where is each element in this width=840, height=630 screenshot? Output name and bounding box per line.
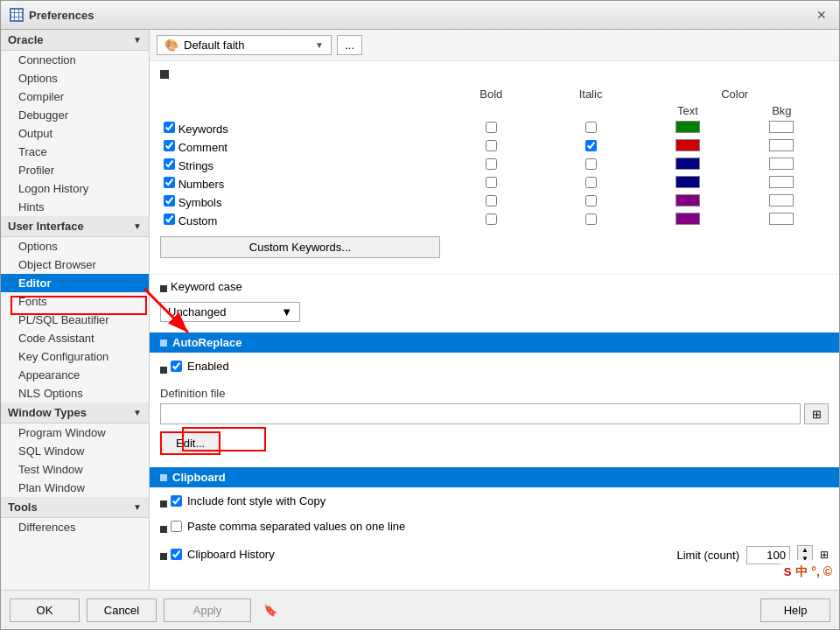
sidebar: Oracle ▼ Connection Options Compiler Deb…	[1, 30, 150, 590]
ellipsis-button[interactable]: ...	[337, 35, 362, 55]
header-text: Text	[640, 102, 734, 119]
sidebar-item-options-ui[interactable]: Options	[1, 237, 149, 256]
numbers-italic[interactable]	[585, 177, 597, 188]
keywords-bold[interactable]	[486, 122, 497, 133]
sidebar-group-window-types[interactable]: Window Types ▼	[1, 402, 149, 424]
comment-bkg-color[interactable]	[769, 139, 794, 151]
sidebar-group-ui[interactable]: User Interface ▼	[1, 216, 149, 237]
sidebar-group-window-types-arrow: ▼	[133, 408, 142, 417]
sidebar-group-oracle[interactable]: Oracle ▼	[1, 30, 149, 51]
numbers-text-color[interactable]	[676, 176, 700, 188]
sidebar-item-plan-window[interactable]: Plan Window	[1, 479, 149, 497]
sidebar-group-tools[interactable]: Tools ▼	[1, 497, 149, 518]
sidebar-item-options-oracle[interactable]: Options	[1, 69, 149, 88]
keywords-italic[interactable]	[585, 122, 597, 133]
keywords-checkbox[interactable]	[164, 122, 175, 133]
keywords-text-color[interactable]	[676, 121, 700, 133]
sidebar-group-oracle-label: Oracle	[8, 33, 43, 46]
help-button[interactable]: Help	[760, 598, 830, 622]
keyword-case-dropdown[interactable]: Unchanged ▼	[160, 302, 300, 322]
custom-bkg-color[interactable]	[769, 213, 794, 225]
sidebar-item-object-browser[interactable]: Object Browser	[1, 256, 149, 274]
autoreplace-content: Enabled Definition file ⊞ Edit...	[150, 353, 839, 462]
strings-bkg-color[interactable]	[769, 158, 794, 170]
table-row: Symbols	[160, 192, 829, 211]
sidebar-group-oracle-arrow: ▼	[133, 35, 142, 45]
sidebar-item-key-configuration[interactable]: Key Configuration	[1, 347, 149, 366]
sidebar-item-connection[interactable]: Connection	[1, 51, 149, 69]
keyword-section: Keyword case Unchanged ▼	[150, 274, 839, 327]
right-panel: 🎨 Default faith ▼ ...	[150, 30, 839, 590]
sidebar-item-editor[interactable]: Editor	[1, 274, 149, 292]
custom-keywords-button[interactable]: Custom Keywords...	[160, 236, 440, 258]
faith-label: Default faith	[184, 38, 244, 52]
sidebar-item-trace[interactable]: Trace	[1, 143, 149, 161]
browse-button[interactable]: ⊞	[804, 403, 829, 424]
comment-text-color[interactable]	[676, 139, 700, 151]
keyword-case-label: Keyword case	[171, 280, 242, 293]
sidebar-item-profiler[interactable]: Profiler	[1, 161, 149, 179]
numbers-bold[interactable]	[486, 177, 497, 188]
symbols-bold[interactable]	[486, 195, 497, 206]
include-font-checkbox[interactable]	[171, 495, 182, 507]
custom-bold[interactable]	[486, 214, 497, 225]
bookmark-icon[interactable]: 🔖	[258, 598, 283, 622]
sidebar-item-logon-history[interactable]: Logon History	[1, 179, 149, 198]
sidebar-item-nls-options[interactable]: NLS Options	[1, 384, 149, 402]
sidebar-item-differences[interactable]: Differences	[1, 518, 149, 536]
sidebar-item-hints[interactable]: Hints	[1, 198, 149, 216]
sidebar-item-appearance[interactable]: Appearance	[1, 366, 149, 384]
sidebar-scroll[interactable]: Oracle ▼ Connection Options Compiler Deb…	[1, 30, 149, 590]
cancel-button[interactable]: Cancel	[87, 598, 157, 622]
apply-button[interactable]: Apply	[164, 598, 251, 622]
sidebar-item-test-window[interactable]: Test Window	[1, 460, 149, 479]
clipboard-header: Clipboard	[150, 467, 839, 487]
sidebar-group-tools-label: Tools	[8, 500, 38, 514]
syntax-section: Bold Italic Color	[150, 61, 839, 274]
numbers-bkg-color[interactable]	[769, 176, 794, 188]
custom-text-color[interactable]	[676, 213, 700, 225]
autoreplace-enabled-label: Enabled	[187, 360, 229, 373]
sidebar-item-sql-window[interactable]: SQL Window	[1, 442, 149, 460]
numbers-checkbox[interactable]	[164, 177, 175, 188]
faith-dropdown-arrow: ▼	[315, 40, 324, 50]
custom-checkbox[interactable]	[164, 214, 175, 225]
faith-dropdown[interactable]: 🎨 Default faith ▼	[157, 35, 332, 55]
symbols-text-color[interactable]	[676, 194, 700, 206]
sidebar-item-output[interactable]: Output	[1, 124, 149, 143]
sidebar-item-fonts[interactable]: Fonts	[1, 292, 149, 311]
content-area: Bold Italic Color	[150, 61, 839, 590]
symbols-bkg-color[interactable]	[769, 194, 794, 206]
expand-icon[interactable]: ⊞	[820, 549, 829, 561]
sidebar-item-code-assistant[interactable]: Code Assistant	[1, 329, 149, 347]
spinner-up[interactable]: ▲	[798, 546, 812, 555]
sidebar-item-program-window[interactable]: Program Window	[1, 424, 149, 442]
comment-italic[interactable]	[585, 140, 597, 151]
strings-italic[interactable]	[585, 158, 597, 170]
autoreplace-enabled-checkbox[interactable]	[171, 360, 182, 372]
sidebar-item-plsql-beautifier[interactable]: PL/SQL Beautifier	[1, 311, 149, 329]
sidebar-item-compiler[interactable]: Compiler	[1, 88, 149, 106]
strings-text-color[interactable]	[676, 158, 700, 170]
keyword-case-value: Unchanged	[168, 305, 227, 318]
symbols-checkbox[interactable]	[164, 195, 175, 206]
preferences-window: Preferences ✕ Oracle ▼ Connection Option…	[0, 0, 840, 630]
ok-button[interactable]: OK	[10, 598, 80, 622]
edit-button[interactable]: Edit...	[160, 431, 220, 455]
clipboard-history-checkbox[interactable]	[171, 549, 182, 560]
strings-checkbox[interactable]	[164, 158, 175, 170]
enabled-row: Enabled	[171, 360, 229, 373]
sidebar-item-debugger[interactable]: Debugger	[1, 106, 149, 124]
symbols-italic[interactable]	[585, 195, 597, 206]
paste-comma-checkbox[interactable]	[171, 521, 182, 532]
clipboard-dot	[160, 474, 167, 481]
comment-checkbox[interactable]	[164, 140, 175, 151]
strings-bold[interactable]	[486, 158, 497, 170]
autoreplace-title: AutoReplace	[172, 336, 242, 349]
close-button[interactable]: ✕	[813, 6, 830, 24]
keywords-bkg-color[interactable]	[769, 121, 794, 133]
comment-bold[interactable]	[486, 140, 497, 151]
content-scroll[interactable]: Bold Italic Color	[150, 61, 839, 590]
def-file-input[interactable]	[160, 403, 801, 424]
custom-italic[interactable]	[585, 214, 597, 225]
